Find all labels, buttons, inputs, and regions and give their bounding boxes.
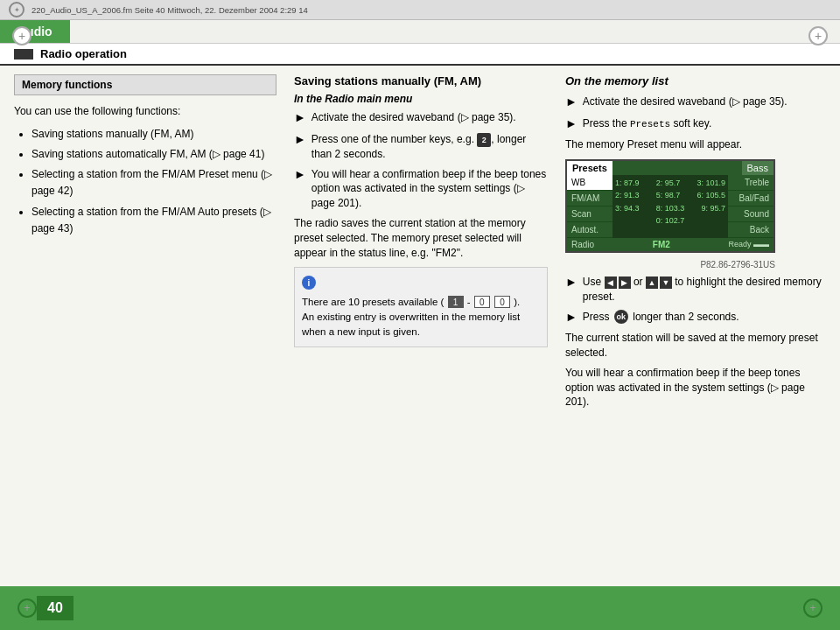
rd-presets-label: Presets — [567, 161, 612, 175]
radio-display-header: Presets Bass — [567, 161, 774, 175]
left-column: Memory functions You can use the followi… — [14, 74, 276, 573]
list-item: Saving stations manually (FM, AM) — [32, 126, 276, 143]
right-step-7-text: You will hear a confirmation beep if the… — [565, 366, 826, 410]
right-arrow-1: ► — [565, 94, 578, 111]
right-step-5-text: Press ok longer than 2 seconds. — [583, 310, 739, 325]
up-arrow-btn: ▲ — [646, 276, 658, 289]
radio-main-menu-subtitle: In the Radio main menu — [294, 93, 548, 105]
saving-stations-title: Saving stations manually (FM, AM) — [294, 74, 548, 88]
section-marker — [14, 49, 33, 60]
rd-freq-row-1: 1: 87.9 2: 95.7 3: 101.9 — [615, 177, 725, 189]
step-2-text: Press one of the number keys, e.g. 2, lo… — [312, 132, 548, 162]
rd-bal-fad: Bal/Fad — [728, 191, 774, 206]
right-step-4: ► Use ◀ ▶ or ▲ ▼ to highlight the desire… — [565, 275, 826, 304]
right-arrow-4: ► — [565, 274, 578, 291]
rd-radio-label: Radio — [571, 240, 594, 249]
right-step-2: ► Press the Presets soft key. — [565, 116, 826, 133]
bottom-compass-right — [803, 598, 822, 618]
key-icon-2: 2 — [477, 133, 491, 147]
step-3-text: You will hear a confirmation beep if the… — [312, 167, 548, 211]
step-1-text: Activate the desired waveband (▷ page 35… — [312, 110, 516, 125]
right-step-6-text: The current station will be saved at the… — [565, 331, 826, 360]
right-arrow-5: ► — [565, 309, 578, 326]
right-step-5: ► Press ok longer than 2 seconds. — [565, 310, 826, 326]
info-icon: i — [302, 276, 316, 290]
rd-freq-row-2: 2: 91.3 5: 98.7 6: 105.5 — [615, 189, 725, 201]
arrow-icon-3: ► — [294, 166, 306, 184]
right-step-1-text: Activate the desired waveband (▷ page 35… — [583, 94, 788, 109]
list-item: Selecting a station from the FM/AM Auto … — [32, 204, 276, 237]
audio-tab: Audio — [0, 20, 70, 43]
list-item: Selecting a station from the FM/AM Prese… — [32, 166, 276, 200]
info-box: i There are 10 presets available ( 1 - 0… — [294, 267, 548, 347]
radio-display-caption: P82.86-2796-31US — [565, 260, 775, 270]
main-content: Memory functions You can use the followi… — [0, 66, 840, 582]
rd-fm-am: FM/AM — [567, 191, 612, 206]
right-column: On the memory list ► Activate the desire… — [565, 74, 826, 573]
list-item: Saving stations automatically FM, AM (▷ … — [32, 146, 276, 163]
memory-functions-title: Memory functions — [22, 79, 112, 91]
page-number: 40 — [37, 596, 74, 620]
info-presets-text: There are 10 presets available ( 1 - 0 0… — [302, 297, 520, 307]
right-step-4-text: Use ◀ ▶ or ▲ ▼ to highlight the desired … — [583, 275, 826, 304]
middle-column: Saving stations manually (FM, AM) In the… — [294, 74, 548, 573]
rd-wb: WB — [567, 175, 612, 191]
rd-treble: Treble — [728, 175, 774, 191]
info-overwrite-text: An existing entry is overwritten in the … — [302, 312, 520, 337]
rd-right-menu: Treble Bal/Fad Sound Back — [728, 175, 774, 238]
arrow-icon-1: ► — [294, 109, 306, 127]
step-1: ► Activate the desired waveband (▷ page … — [294, 110, 548, 127]
right-step-2-text: Press the Presets soft key. — [583, 116, 711, 131]
step-4-text: The radio saves the current station at t… — [294, 216, 548, 260]
right-step-1: ► Activate the desired waveband (▷ page … — [565, 94, 826, 111]
preset-icon-0a: 0 — [474, 296, 490, 308]
nav-arrows: ◀ ▶ — [605, 276, 631, 289]
rd-center-freqs: 1: 87.9 2: 95.7 3: 101.9 2: 91.3 5: 98.7… — [612, 175, 728, 238]
rd-back: Back — [728, 222, 774, 238]
preset-icon-1: 1 — [448, 296, 464, 308]
file-info-bar: ✦ 220_Audio_US_A_2006.fm Seite 40 Mittwo… — [0, 0, 840, 20]
corner-mark-top-left: + — [12, 26, 32, 46]
bottom-compass-left — [18, 598, 37, 618]
rd-scan: Scan — [567, 206, 612, 222]
compass-icon-top-left: ✦ — [9, 2, 24, 18]
right-arrow-btn: ▶ — [619, 276, 631, 289]
radio-display-body: WB FM/AM Scan Autost. 1: 87.9 2: 95.7 3:… — [567, 175, 774, 238]
right-arrow-2: ► — [565, 116, 578, 133]
rd-ready-label: Ready ▬▬ — [728, 240, 769, 249]
step-2: ► Press one of the number keys, e.g. 2, … — [294, 132, 548, 162]
rd-freq-row-3: 3: 94.3 8: 103.3 9: 95.7 — [615, 202, 725, 214]
arrow-icon-2: ► — [294, 131, 306, 149]
bottom-bar: 40 — [0, 586, 840, 630]
radio-operation-bar: Radio operation — [0, 44, 840, 66]
left-bullets-list: Saving stations manually (FM, AM) Saving… — [14, 126, 276, 237]
on-memory-list-title: On the memory list — [565, 74, 826, 88]
corner-mark-top-right: + — [808, 26, 828, 46]
radio-operation-title: Radio operation — [40, 47, 127, 60]
nav-arrows-ud: ▲ ▼ — [646, 276, 672, 289]
down-arrow-btn: ▼ — [660, 276, 672, 289]
radio-display-widget: Presets Bass WB FM/AM Scan Autost. 1: 87… — [565, 159, 775, 253]
left-arrow-btn: ◀ — [605, 276, 617, 289]
step-3: ► You will hear a confirmation beep if t… — [294, 167, 548, 211]
rd-left-menu: WB FM/AM Scan Autost. — [567, 175, 612, 238]
rd-sound: Sound — [728, 206, 774, 222]
right-step-3-text: The memory Preset menu will appear. — [565, 137, 826, 152]
memory-functions-box: Memory functions — [14, 74, 276, 95]
file-info-text: 220_Audio_US_A_2006.fm Seite 40 Mittwoch… — [32, 5, 308, 15]
preset-icon-0b: 0 — [494, 296, 510, 308]
left-intro: You can use the following functions: — [14, 104, 276, 119]
ok-button-icon: ok — [614, 310, 628, 324]
rd-fm2-label: FM2 — [653, 240, 670, 249]
rd-freq-row-4: 0: 102.7 — [615, 214, 725, 227]
rd-autost: Autost. — [567, 222, 612, 238]
radio-display-footer: Radio FM2 Ready ▬▬ — [567, 238, 774, 251]
rd-bass-label: Bass — [742, 161, 774, 175]
